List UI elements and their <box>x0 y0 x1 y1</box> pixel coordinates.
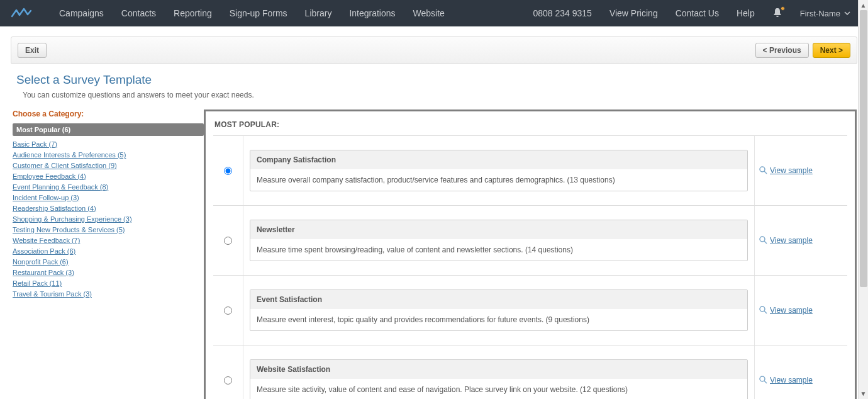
category-link[interactable]: Restaurant Pack (3) <box>13 269 74 276</box>
category-link[interactable]: Shopping & Purchasing Experience (3) <box>13 215 132 223</box>
exit-button[interactable]: Exit <box>18 43 47 58</box>
nav-item-website[interactable]: Website <box>404 0 453 26</box>
category-list: Basic Pack (7)Audience Interests & Prefe… <box>13 138 204 299</box>
template-desc-cell: Event SatisfactionMeasure event interest… <box>243 276 754 345</box>
template-row: Company SatisfactionMeasure overall comp… <box>213 135 847 205</box>
next-button[interactable]: Next > <box>813 43 850 58</box>
template-description: Measure time spent browsing/reading, val… <box>250 239 747 261</box>
template-desc-cell: Company SatisfactionMeasure overall comp… <box>243 136 754 205</box>
logo-icon <box>11 8 31 19</box>
category-link[interactable]: Association Pack (6) <box>13 247 75 255</box>
template-radio[interactable] <box>224 376 232 385</box>
svg-line-5 <box>764 311 767 313</box>
nav-item-view-pricing[interactable]: View Pricing <box>601 0 667 26</box>
category-item: Customer & Client Satisfaction (9) <box>13 160 204 171</box>
template-description: Measure site activity, value of content … <box>250 379 747 399</box>
view-sample-cell: View sample <box>754 136 847 205</box>
category-item: Employee Feedback (4) <box>13 171 204 181</box>
logo[interactable] <box>11 8 31 19</box>
category-item: Website Feedback (7) <box>13 235 204 245</box>
svg-point-4 <box>760 306 765 312</box>
category-link[interactable]: Employee Feedback (4) <box>13 172 86 180</box>
category-link[interactable]: Customer & Client Satisfaction (9) <box>13 162 117 169</box>
notifications-button[interactable] <box>764 8 791 20</box>
view-sample-link[interactable]: View sample <box>770 166 813 175</box>
template-desc-cell: NewsletterMeasure time spent browsing/re… <box>243 206 754 275</box>
view-sample-cell: View sample <box>754 346 847 399</box>
category-link[interactable]: Readership Satisfaction (4) <box>13 205 96 212</box>
toolbar: Exit < Previous Next > <box>11 37 857 64</box>
top-nav: CampaignsContactsReportingSign-up FormsL… <box>0 0 868 26</box>
section-title: MOST POPULAR: <box>213 119 847 135</box>
page-heading: Select a Survey Template You can customi… <box>0 64 868 103</box>
user-name: First-Name <box>800 9 840 18</box>
category-item: Event Planning & Feedback (8) <box>13 181 204 192</box>
page-title: Select a Survey Template <box>16 73 852 87</box>
view-sample-link[interactable]: View sample <box>770 306 813 315</box>
category-item: Incident Follow-up (3) <box>13 192 204 203</box>
category-item: Association Pack (6) <box>13 245 204 256</box>
category-item: Audience Interests & Preferences (5) <box>13 149 204 160</box>
nav-item-contacts[interactable]: Contacts <box>113 0 165 26</box>
nav-item-campaigns[interactable]: Campaigns <box>50 0 113 26</box>
category-link[interactable]: Audience Interests & Preferences (5) <box>13 151 126 159</box>
view-sample-link[interactable]: View sample <box>770 236 813 245</box>
category-item: Travel & Tourism Pack (3) <box>13 288 204 299</box>
template-panel: MOST POPULAR: Company SatisfactionMeasur… <box>204 110 857 399</box>
scroll-thumb[interactable] <box>860 10 867 287</box>
template-title: Company Satisfaction <box>250 150 747 169</box>
category-link[interactable]: Website Feedback (7) <box>13 237 80 244</box>
nav-item-contact-us[interactable]: Contact Us <box>667 0 728 26</box>
view-sample-cell: View sample <box>754 206 847 275</box>
template-radio[interactable] <box>224 306 232 315</box>
template-radio-cell <box>213 206 243 275</box>
svg-line-3 <box>764 241 767 244</box>
magnifier-icon <box>759 235 767 246</box>
template-title: Newsletter <box>250 220 747 239</box>
template-radio-cell <box>213 276 243 345</box>
template-radio-cell <box>213 346 243 399</box>
nav-item-help[interactable]: Help <box>728 0 764 26</box>
template-description: Measure event interest, topic quality an… <box>250 309 747 330</box>
template-desc-cell: Website SatisfactionMeasure site activit… <box>243 346 754 399</box>
category-link[interactable]: Testing New Products & Services (5) <box>13 226 125 233</box>
nav-item-sign-up-forms[interactable]: Sign-up Forms <box>221 0 296 26</box>
previous-button[interactable]: < Previous <box>755 43 809 58</box>
category-item: Testing New Products & Services (5) <box>13 224 204 235</box>
notification-dot-icon <box>781 6 785 11</box>
template-radio[interactable] <box>224 237 232 245</box>
nav-right: 0808 234 9315 View PricingContact UsHelp… <box>524 0 857 26</box>
category-link[interactable]: Basic Pack (7) <box>13 140 57 148</box>
category-active[interactable]: Most Popular (6) <box>13 123 204 136</box>
category-link[interactable]: Retail Pack (11) <box>13 279 62 287</box>
toolbar-container: Exit < Previous Next > <box>0 26 868 64</box>
category-link[interactable]: Nonprofit Pack (6) <box>13 258 69 266</box>
nav-item-integrations[interactable]: Integrations <box>340 0 404 26</box>
vertical-scrollbar[interactable]: ▲ ▼ <box>858 0 868 399</box>
category-link[interactable]: Event Planning & Feedback (8) <box>13 183 108 191</box>
category-link[interactable]: Travel & Tourism Pack (3) <box>13 290 92 298</box>
body: Choose a Category: Most Popular (6) Basi… <box>0 103 868 399</box>
svg-point-6 <box>760 376 765 381</box>
user-menu[interactable]: First-Name <box>791 9 857 18</box>
nav-phone: 0808 234 9315 <box>524 0 600 26</box>
template-radio-cell <box>213 136 243 205</box>
template-row: Website SatisfactionMeasure site activit… <box>213 345 847 399</box>
nav-item-library[interactable]: Library <box>296 0 341 26</box>
template-description: Measure overall company satisfaction, pr… <box>250 169 747 191</box>
scroll-down-icon[interactable]: ▼ <box>860 388 867 399</box>
template-radio[interactable] <box>224 167 232 175</box>
magnifier-icon <box>759 375 767 386</box>
category-item: Retail Pack (11) <box>13 278 204 288</box>
nav-left: CampaignsContactsReportingSign-up FormsL… <box>50 0 453 26</box>
nav-item-reporting[interactable]: Reporting <box>165 0 221 26</box>
category-sidebar: Choose a Category: Most Popular (6) Basi… <box>13 110 204 399</box>
category-item: Nonprofit Pack (6) <box>13 256 204 267</box>
category-link[interactable]: Incident Follow-up (3) <box>13 194 79 201</box>
category-item: Shopping & Purchasing Experience (3) <box>13 213 204 224</box>
category-item: Basic Pack (7) <box>13 138 204 149</box>
svg-point-0 <box>760 167 765 172</box>
chevron-down-icon <box>844 10 850 16</box>
scroll-up-icon[interactable]: ▲ <box>860 0 867 11</box>
view-sample-link[interactable]: View sample <box>770 376 813 385</box>
